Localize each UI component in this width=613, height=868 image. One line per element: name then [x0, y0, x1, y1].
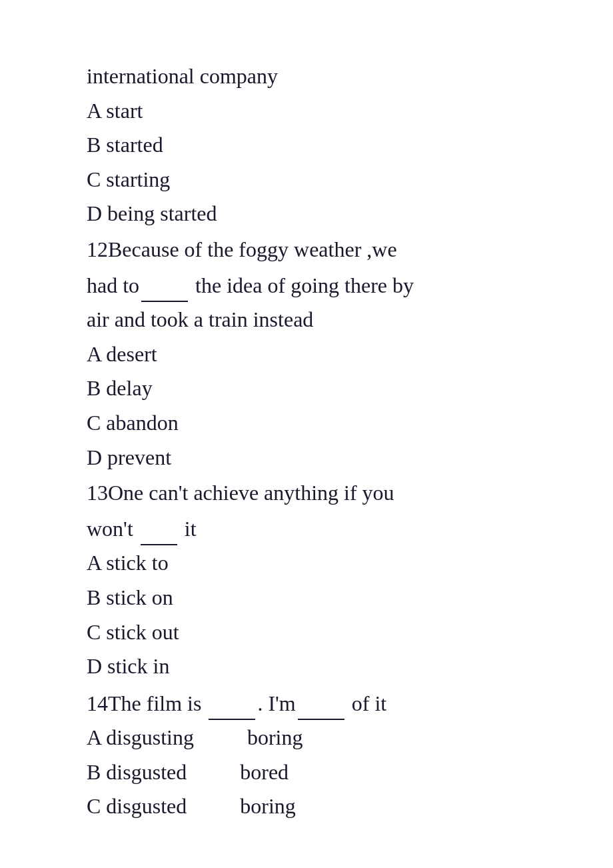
q13-blank	[141, 511, 177, 546]
q14-a-col2: boring	[247, 721, 303, 755]
q14-blank2	[298, 686, 344, 721]
q14-blank1	[209, 686, 255, 721]
q12-blank	[141, 268, 188, 303]
q13-text-line2: won't it	[87, 511, 526, 546]
intro-text: international company	[87, 60, 526, 93]
q12-option-d: D prevent	[87, 441, 526, 475]
main-content: international company A start B started …	[0, 0, 613, 868]
q14-option-a: A disgusting boring	[87, 721, 526, 755]
q12-text-line3: air and took a train instead	[87, 303, 526, 337]
q11-option-a: A start	[87, 95, 526, 128]
q14-option-b: B disgusted bored	[87, 756, 526, 789]
q14-c-col1: C disgusted	[87, 790, 187, 823]
q14-b-col2: bored	[240, 756, 289, 789]
q14-a-col1: A disgusting	[87, 721, 194, 755]
q12-option-c: C abandon	[87, 407, 526, 440]
q12-block: 12Because of the foggy weather ,we had t…	[87, 233, 526, 474]
q13-option-b: B stick on	[87, 581, 526, 615]
q12-text-line2: had to the idea of going there by	[87, 268, 526, 303]
q14-text-line1: 14The film is . I'm of it	[87, 686, 526, 721]
q11-option-c: C starting	[87, 163, 526, 197]
q11-option-b: B started	[87, 129, 526, 162]
q13-block: 13One can't achieve anything if you won'…	[87, 477, 526, 683]
q12-option-a: A desert	[87, 338, 526, 371]
q14-b-col1: B disgusted	[87, 756, 187, 789]
q11-option-d: D being started	[87, 197, 526, 231]
q13-option-a: A stick to	[87, 547, 526, 580]
q12-text-line1: 12Because of the foggy weather ,we	[87, 233, 526, 267]
q14-option-c: C disgusted boring	[87, 790, 526, 823]
q13-option-d: D stick in	[87, 650, 526, 683]
q13-option-c: C stick out	[87, 616, 526, 649]
q13-text-line1: 13One can't achieve anything if you	[87, 477, 526, 510]
q14-block: 14The film is . I'm of it A disgusting b…	[87, 686, 526, 823]
q14-c-col2: boring	[240, 790, 296, 823]
q12-option-b: B delay	[87, 372, 526, 405]
intro-block: international company A start B started …	[87, 60, 526, 231]
